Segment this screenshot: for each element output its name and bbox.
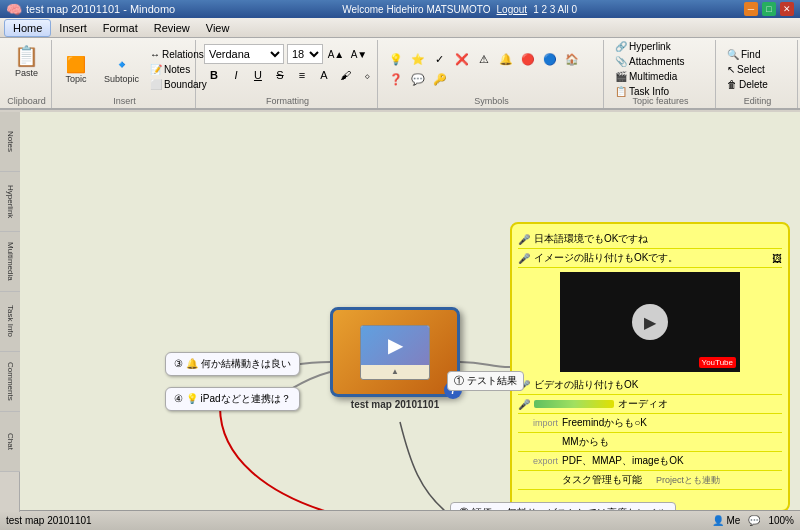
subtopic-icon: 🔹 bbox=[112, 55, 132, 74]
row1-icon: 🎤 bbox=[518, 234, 530, 245]
symbol-btn-7[interactable]: 🔴 bbox=[518, 50, 538, 68]
logout-link[interactable]: Logout bbox=[497, 4, 528, 15]
font-select[interactable]: Verdana bbox=[204, 44, 284, 64]
insert-label: Insert bbox=[54, 96, 195, 106]
sidebar-tab-notes[interactable]: Notes bbox=[0, 112, 20, 172]
symbol-btn-1[interactable]: 💡 bbox=[386, 50, 406, 68]
symbol-btn-10[interactable]: ❓ bbox=[386, 70, 406, 88]
paste-button[interactable]: 📋 Paste bbox=[10, 42, 43, 80]
pres-stand: ▲ bbox=[361, 365, 429, 378]
delete-button[interactable]: 🗑 Delete bbox=[724, 78, 771, 91]
symbol-btn-6[interactable]: 🔔 bbox=[496, 50, 516, 68]
symbol-btn-4[interactable]: ❌ bbox=[452, 50, 472, 68]
sidebar-tab-chat[interactable]: Chat bbox=[0, 412, 20, 472]
paste-icon: 📋 bbox=[14, 44, 39, 68]
minimize-button[interactable]: ─ bbox=[744, 2, 758, 16]
menu-insert[interactable]: Insert bbox=[51, 20, 95, 36]
row8-text: タスク管理も可能 bbox=[562, 473, 642, 487]
bold-button[interactable]: B bbox=[204, 66, 224, 84]
symbol-btn-11[interactable]: 💬 bbox=[408, 70, 428, 88]
symbol-btn-2[interactable]: ⭐ bbox=[408, 50, 428, 68]
play-button[interactable]: ▶ bbox=[632, 304, 668, 340]
yellow-row-8: タスク管理も可能 Projectとも連動 bbox=[518, 471, 782, 490]
symbol-btn-9[interactable]: 🏠 bbox=[562, 50, 582, 68]
multimedia-button[interactable]: 🎬 Multimedia bbox=[612, 70, 688, 83]
notes-label: Notes bbox=[164, 64, 190, 75]
menu-format[interactable]: Format bbox=[95, 20, 146, 36]
yellow-row-2: 🎤 イメージの貼り付けもOKです。 🖼 bbox=[518, 249, 782, 268]
menu-review[interactable]: Review bbox=[146, 20, 198, 36]
strikethrough-button[interactable]: S bbox=[270, 66, 290, 84]
maximize-button[interactable]: □ bbox=[762, 2, 776, 16]
find-button[interactable]: 🔍 Find bbox=[724, 48, 771, 61]
select-button[interactable]: ↖ Select bbox=[724, 63, 771, 76]
multimedia-icon: 🎬 bbox=[615, 71, 627, 82]
align-button[interactable]: ≡ bbox=[292, 66, 312, 84]
menu-home[interactable]: Home bbox=[4, 19, 51, 37]
ribbon-editing: 🔍 Find ↖ Select 🗑 Delete Editing bbox=[718, 40, 798, 108]
row5-category: import bbox=[518, 418, 558, 428]
window-controls: ─ □ ✕ bbox=[744, 2, 794, 16]
node-right[interactable]: ① テスト結果 🎤 日本語環境でもOKですね 🎤 イメージの貼り付けもOKです。… bbox=[510, 222, 790, 510]
zoom-level[interactable]: 100% bbox=[768, 515, 794, 526]
sidebar-tab-multimedia[interactable]: Multimedia bbox=[0, 232, 20, 292]
ribbon-symbols: 💡 ⭐ ✓ ❌ ⚠ 🔔 🔴 🔵 🏠 ❓ 💬 🔑 Symbols bbox=[380, 40, 604, 108]
attachments-button[interactable]: 📎 Attachments bbox=[612, 55, 688, 68]
italic-button[interactable]: I bbox=[226, 66, 246, 84]
audio-bar bbox=[534, 400, 614, 408]
multimedia-label: Multimedia bbox=[629, 71, 677, 82]
row8-extra: Projectとも連動 bbox=[656, 474, 720, 487]
welcome-text: Welcome Hidehiro MATSUMOTO bbox=[342, 4, 490, 15]
subtopic-button[interactable]: 🔹 Subtopic bbox=[100, 53, 143, 86]
node-left1[interactable]: ③ 🔔 何か結構動きは良い bbox=[165, 352, 300, 376]
node-eval[interactable]: ② 評価 — 無料サービスとしては高度なレベル bbox=[450, 502, 676, 510]
symbol-btn-5[interactable]: ⚠ bbox=[474, 50, 494, 68]
row2-img-icon: 🖼 bbox=[772, 253, 782, 264]
ribbon-insert: 🟧 Topic 🔹 Subtopic ↔ Relationship 📝 Note… bbox=[54, 40, 196, 108]
symbol-btn-8[interactable]: 🔵 bbox=[540, 50, 560, 68]
symbols-label: Symbols bbox=[380, 96, 603, 106]
menu-bar: Home Insert Format Review View bbox=[0, 18, 800, 38]
topic-icon: 🟧 bbox=[66, 55, 86, 74]
yellow-row-3: 🎤 ビデオの貼り付けもOK bbox=[518, 376, 782, 395]
sidebar-tab-taskinfo[interactable]: Task Info bbox=[0, 292, 20, 352]
row7-text: PDF、MMAP、imageもOK bbox=[562, 454, 684, 468]
hyperlink-icon: 🔗 bbox=[615, 41, 627, 52]
window-title: test map 20101101 - Mindomo bbox=[26, 3, 175, 15]
font-decrease-button[interactable]: A▼ bbox=[349, 45, 369, 63]
underline-button[interactable]: U bbox=[248, 66, 268, 84]
sidebar-tab-comments[interactable]: Comments bbox=[0, 352, 20, 412]
topic-features-label: Topic features bbox=[606, 96, 715, 106]
pagination[interactable]: 1 2 3 All 0 bbox=[533, 4, 577, 15]
sidebar-tab-hyperlink[interactable]: Hyperlink bbox=[0, 172, 20, 232]
youtube-logo: YouTube bbox=[699, 357, 736, 368]
relationship-icon: ↔ bbox=[150, 49, 160, 60]
ribbon-formatting: Verdana 18 A▲ A▼ B I U S ≡ A 🖌 ⬦ Formatt… bbox=[198, 40, 378, 108]
font-size-select[interactable]: 18 bbox=[287, 44, 323, 64]
video-box[interactable]: ▶ YouTube bbox=[560, 272, 740, 372]
close-button[interactable]: ✕ bbox=[780, 2, 794, 16]
paste-label: Paste bbox=[15, 68, 38, 78]
notes-icon: 📝 bbox=[150, 64, 162, 75]
font-increase-button[interactable]: A▲ bbox=[326, 45, 346, 63]
symbol-btn-3[interactable]: ✓ bbox=[430, 50, 450, 68]
yellow-row-7: export PDF、MMAP、imageもOK bbox=[518, 452, 782, 471]
subtopic-label: Subtopic bbox=[104, 74, 139, 84]
symbol-btn-12[interactable]: 🔑 bbox=[430, 70, 450, 88]
left-sidebar: Notes Hyperlink Multimedia Task Info Com… bbox=[0, 112, 20, 512]
menu-view[interactable]: View bbox=[198, 20, 238, 36]
hyperlink-label: Hyperlink bbox=[629, 41, 671, 52]
node-left2[interactable]: ④ 💡 iPadなどと連携は？ bbox=[165, 387, 300, 411]
central-box[interactable]: ▶ ▲ 7 bbox=[330, 307, 460, 397]
right-node-label[interactable]: ① テスト結果 bbox=[447, 371, 524, 391]
yellow-row-5: import Freemindからも○K bbox=[518, 414, 782, 433]
topic-button[interactable]: 🟧 Topic bbox=[60, 53, 92, 86]
hyperlink-button[interactable]: 🔗 Hyperlink bbox=[612, 40, 688, 53]
select-label: Select bbox=[737, 64, 765, 75]
central-node[interactable]: ▶ ▲ 7 test map 20101101 bbox=[330, 307, 460, 422]
shape-button[interactable]: ⬦ bbox=[358, 66, 378, 84]
bgcolor-button[interactable]: 🖌 bbox=[336, 66, 356, 84]
row1-text: 日本語環境でもOKですね bbox=[534, 232, 648, 246]
canvas-area[interactable]: ③ 🔔 何か結構動きは良い ④ 💡 iPadなどと連携は？ ▶ ▲ 7 test… bbox=[20, 112, 800, 510]
color-button[interactable]: A bbox=[314, 66, 334, 84]
